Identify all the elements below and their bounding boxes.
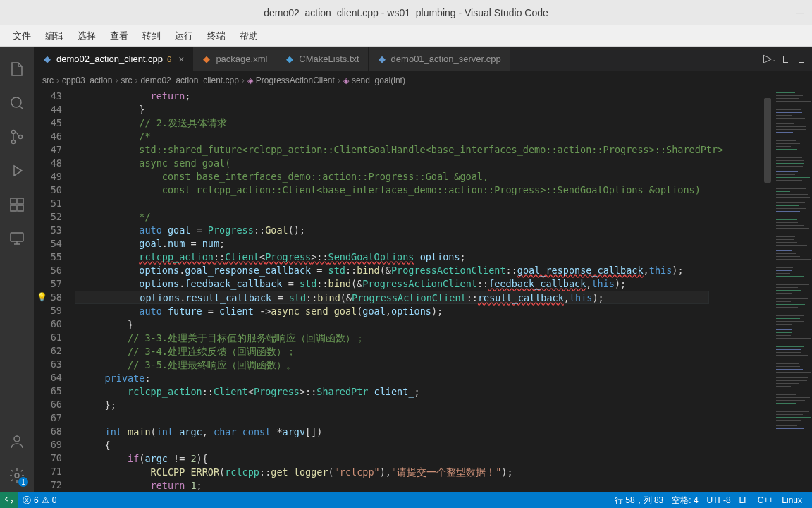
search-icon[interactable] bbox=[0, 86, 34, 120]
breadcrumb-send_goal(int)[interactable]: send_goal(int) bbox=[352, 75, 405, 85]
code-editor[interactable]: 43444546474849505152535455565758💡5960616… bbox=[34, 90, 812, 492]
extensions-icon[interactable] bbox=[0, 188, 34, 222]
code-line[interactable]: /* bbox=[75, 130, 763, 143]
breadcrumb-ProgressActionClient[interactable]: ProgressActionClient bbox=[256, 75, 335, 85]
code-line[interactable]: options.feedback_callback = std::bind(&P… bbox=[75, 277, 763, 291]
code-line[interactable]: if(argc != 2){ bbox=[75, 452, 763, 466]
xml-file-icon: ◆ bbox=[202, 54, 211, 64]
menu-选择[interactable]: 选择 bbox=[70, 27, 103, 45]
line-number: 47 bbox=[34, 143, 62, 157]
menu-运行[interactable]: 运行 bbox=[168, 27, 200, 45]
code-line[interactable]: rclcpp_action::Client<Progress>::SendGoa… bbox=[75, 250, 763, 264]
indent-status[interactable]: 空格: 4 bbox=[668, 495, 702, 507]
code-line[interactable]: auto goal = Progress::Goal(); bbox=[75, 224, 763, 237]
code-line[interactable]: } bbox=[75, 103, 763, 116]
os-status[interactable]: Linux bbox=[777, 495, 806, 507]
source-control-icon[interactable] bbox=[0, 120, 34, 154]
breadcrumb-src[interactable]: src bbox=[42, 75, 54, 85]
lightbulb-icon[interactable]: 💡 bbox=[37, 291, 47, 304]
code-line[interactable]: return; bbox=[75, 90, 763, 103]
code-content[interactable]: return; } // 2.发送具体请求 /* std::shared_fut… bbox=[75, 90, 763, 492]
remote-explorer-icon[interactable] bbox=[0, 222, 34, 255]
run-debug-icon[interactable] bbox=[0, 154, 34, 188]
cpp-file-icon: ◆ bbox=[377, 54, 387, 64]
scrollbar-thumb[interactable] bbox=[764, 98, 771, 183]
code-line[interactable]: // 3-3.处理关于目标值的服务端响应（回调函数）； bbox=[75, 332, 763, 345]
svg-point-3 bbox=[19, 135, 23, 139]
code-line[interactable]: */ bbox=[75, 210, 763, 224]
breadcrumb-demo02_action_client.cpp[interactable]: demo02_action_client.cpp bbox=[140, 75, 238, 85]
code-line[interactable]: private: bbox=[75, 372, 763, 385]
breadcrumbs[interactable]: src › cpp03_action › src › demo02_action… bbox=[34, 71, 812, 90]
account-icon[interactable] bbox=[0, 425, 34, 459]
code-line[interactable]: const rclcpp_action::Client<base_interfa… bbox=[75, 183, 763, 197]
svg-point-2 bbox=[12, 140, 16, 144]
line-number: 62 bbox=[34, 344, 62, 358]
code-line[interactable]: RCLCPP_ERROR(rclcpp::get_logger("rclcpp"… bbox=[75, 466, 763, 479]
vertical-scrollbar[interactable] bbox=[763, 90, 773, 492]
code-line[interactable]: // 3-4.处理连续反馈（回调函数）； bbox=[75, 345, 763, 358]
code-line[interactable]: { bbox=[75, 439, 763, 452]
line-number: 57 bbox=[34, 277, 62, 291]
menu-转到[interactable]: 转到 bbox=[135, 27, 168, 45]
problems-status[interactable]: ⓧ6 ⚠0 bbox=[18, 495, 61, 507]
line-number: 46 bbox=[34, 130, 62, 143]
code-line[interactable]: const base_interfaces_demo::action::Prog… bbox=[75, 170, 763, 183]
menu-帮助[interactable]: 帮助 bbox=[233, 27, 265, 45]
code-line[interactable] bbox=[75, 197, 763, 210]
code-line[interactable]: // 2.发送具体请求 bbox=[75, 116, 763, 130]
menu-终端[interactable]: 终端 bbox=[200, 27, 233, 45]
remote-indicator[interactable] bbox=[0, 492, 18, 508]
settings-icon[interactable]: 1 bbox=[0, 459, 34, 492]
encoding-status[interactable]: UTF-8 bbox=[703, 495, 735, 507]
menu-文件[interactable]: 文件 bbox=[6, 27, 38, 45]
code-line[interactable]: goal.num = num; bbox=[75, 237, 763, 250]
close-tab-icon[interactable]: × bbox=[178, 54, 184, 65]
line-number: 60 bbox=[34, 318, 62, 331]
svg-rect-5 bbox=[18, 198, 23, 204]
tab-CMakeLists.txt[interactable]: ◆CMakeLists.txt bbox=[276, 47, 368, 71]
breadcrumb-src[interactable]: src bbox=[121, 75, 132, 85]
code-line[interactable]: auto future = client_->async_send_goal(g… bbox=[75, 305, 763, 318]
code-line[interactable]: int main(int argc, char const *argv[]) bbox=[75, 425, 763, 439]
tab-package.xml[interactable]: ◆package.xml bbox=[193, 47, 276, 71]
cmake-file-icon: ◆ bbox=[285, 54, 295, 64]
line-number: 53 bbox=[34, 224, 62, 237]
tab-demo01_action_server.cpp[interactable]: ◆demo01_action_server.cpp bbox=[369, 47, 510, 71]
code-line[interactable]: return 1; bbox=[75, 479, 763, 492]
code-line[interactable]: }; bbox=[75, 399, 763, 412]
line-number: 55 bbox=[34, 250, 62, 264]
svg-point-10 bbox=[15, 473, 19, 478]
line-number: 71 bbox=[34, 465, 62, 478]
split-editor-icon[interactable]: ⫍⫎ bbox=[782, 53, 805, 66]
menu-编辑[interactable]: 编辑 bbox=[38, 27, 70, 45]
code-line[interactable]: options.result_callback = std::bind(&Pro… bbox=[75, 291, 709, 304]
tab-demo02_action_client.cpp[interactable]: ◆demo02_action_client.cpp 6 × bbox=[34, 47, 193, 71]
line-number: 44 bbox=[34, 103, 62, 116]
code-line[interactable]: std::shared_future<rclcpp_action::Client… bbox=[75, 143, 763, 157]
settings-badge: 1 bbox=[18, 477, 28, 487]
code-line[interactable]: // 3-5.处理最终响应（回调函数）。 bbox=[75, 358, 763, 372]
language-status[interactable]: C++ bbox=[753, 495, 778, 507]
svg-point-0 bbox=[11, 97, 21, 107]
line-number: 67 bbox=[34, 411, 62, 425]
run-button-icon[interactable]: ▷˅ bbox=[763, 52, 775, 66]
code-line[interactable] bbox=[75, 412, 763, 425]
minimap[interactable] bbox=[773, 90, 812, 492]
svg-rect-8 bbox=[11, 233, 23, 241]
title-bar: demo02_action_client.cpp - ws01_plumbing… bbox=[0, 0, 812, 25]
code-line[interactable]: } bbox=[75, 318, 763, 332]
code-line[interactable]: rclcpp_action::Client<Progress>::SharedP… bbox=[75, 385, 763, 399]
line-number: 65 bbox=[34, 385, 62, 398]
line-number: 72 bbox=[34, 478, 62, 492]
minimize-button[interactable]: ─ bbox=[794, 6, 806, 19]
code-line[interactable]: async_send_goal( bbox=[75, 157, 763, 170]
breadcrumb-cpp03_action[interactable]: cpp03_action bbox=[62, 75, 112, 85]
explorer-icon[interactable] bbox=[0, 52, 34, 86]
tab-actions: ▷˅ ⫍⫎ bbox=[756, 47, 812, 71]
menu-查看[interactable]: 查看 bbox=[103, 27, 135, 45]
svg-point-9 bbox=[14, 436, 20, 442]
cursor-position[interactable]: 行 58，列 83 bbox=[610, 495, 668, 507]
eol-status[interactable]: LF bbox=[735, 495, 753, 507]
code-line[interactable]: options.goal_response_callback = std::bi… bbox=[75, 264, 763, 277]
